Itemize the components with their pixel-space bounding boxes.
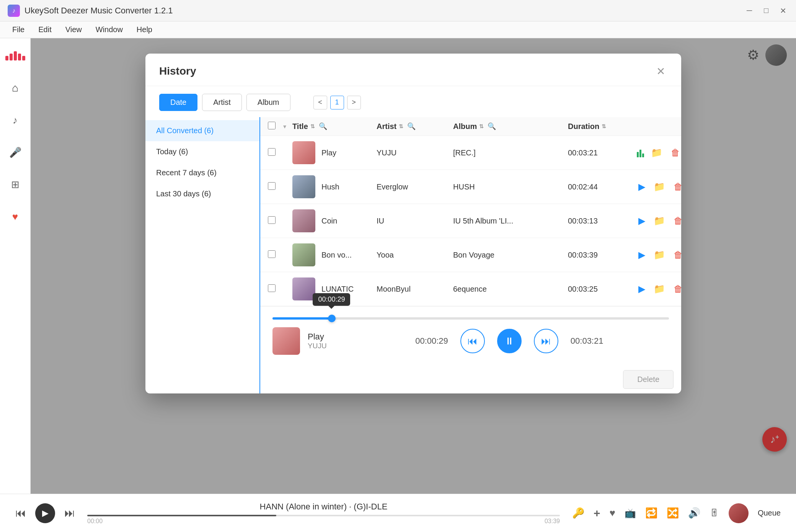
- row-5-delete-button[interactable]: 🗑: [672, 282, 681, 296]
- left-panel-last-30[interactable]: Last 30 days (6): [145, 183, 259, 204]
- global-play-button[interactable]: ▶: [35, 503, 55, 523]
- row-3-title: Coin: [321, 217, 377, 225]
- row-2-checkbox[interactable]: [268, 182, 283, 191]
- time-tooltip: 00:00:29: [313, 293, 350, 309]
- progress-thumb[interactable]: [328, 315, 336, 322]
- close-app-button[interactable]: ✕: [778, 5, 788, 16]
- main-content: ⌂ ♪ 🎤 ⊞ ♥ ⚙: [0, 38, 796, 494]
- sidebar-item-mic[interactable]: 🎤: [5, 142, 25, 162]
- modal-close-button[interactable]: ✕: [654, 64, 667, 78]
- row-2-play-button[interactable]: ▶: [637, 180, 647, 194]
- player-track-info: Play YUJU: [308, 332, 327, 350]
- th-album: Album ⇅ 🔍: [453, 122, 568, 131]
- shuffle-icon[interactable]: 🔀: [667, 507, 679, 519]
- th-title: Title ⇅ 🔍: [292, 122, 377, 131]
- row-3-checkbox[interactable]: [268, 216, 283, 225]
- grid-icon: ⊞: [11, 179, 20, 191]
- minimize-button[interactable]: ─: [744, 5, 755, 16]
- menu-edit[interactable]: Edit: [32, 23, 57, 36]
- select-all-checkbox[interactable]: [268, 122, 276, 129]
- global-next-button[interactable]: ⏭: [64, 507, 75, 519]
- row-3-thumbnail: [292, 209, 315, 232]
- row-3-folder-button[interactable]: 📁: [652, 214, 667, 228]
- table-row: Bon vo... Yooa Bon Voyage 00:03:39 ▶ 📁 🗑: [260, 238, 681, 272]
- album-sort-icon[interactable]: ⇅: [479, 123, 484, 129]
- menu-bar: File Edit View Window Help: [0, 21, 796, 38]
- player-next-button[interactable]: ⏭: [534, 329, 558, 353]
- tab-date[interactable]: Date: [159, 94, 197, 111]
- progress-track[interactable]: [272, 317, 669, 320]
- artist-sort-icon[interactable]: ⇅: [399, 123, 403, 129]
- player-prev-button[interactable]: ⏮: [460, 329, 485, 353]
- duration-sort-icon[interactable]: ⇅: [602, 123, 606, 129]
- sidebar-item-music[interactable]: ♪: [5, 110, 25, 130]
- row-1-folder-button[interactable]: 📁: [649, 146, 664, 160]
- app-body: ⚙ History ✕ Date Artist: [31, 38, 796, 494]
- row-3-delete-button[interactable]: 🗑: [672, 214, 681, 228]
- modal-title: History: [159, 65, 196, 77]
- repeat-icon[interactable]: 🔁: [645, 507, 657, 519]
- row-2-folder-button[interactable]: 📁: [652, 180, 667, 194]
- row-4-delete-button[interactable]: 🗑: [672, 248, 681, 262]
- row-5-folder-button[interactable]: 📁: [652, 282, 667, 296]
- menu-window[interactable]: Window: [90, 23, 129, 36]
- window-controls: ─ □ ✕: [744, 5, 788, 16]
- left-panel-all-converted[interactable]: All Converted (6): [145, 120, 259, 141]
- menu-view[interactable]: View: [59, 23, 88, 36]
- sidebar-item-grid[interactable]: ⊞: [5, 175, 25, 194]
- heart-icon: ♥: [12, 211, 18, 223]
- album-search-icon[interactable]: 🔍: [488, 122, 496, 131]
- row-4-play-button[interactable]: ▶: [637, 248, 647, 262]
- title-search-icon[interactable]: 🔍: [319, 122, 327, 131]
- th-artist: Artist ⇅ 🔍: [377, 122, 453, 131]
- menu-file[interactable]: File: [6, 23, 31, 36]
- progress-fill: [272, 317, 332, 320]
- equalizer-icon[interactable]: 🎚: [710, 507, 719, 519]
- left-panel-recent-7[interactable]: Recent 7 days (6): [145, 162, 259, 183]
- row-5-checkbox[interactable]: [268, 284, 283, 294]
- row-4-thumbnail: [292, 243, 315, 266]
- row-5-thumbnail: [292, 277, 315, 300]
- menu-help[interactable]: Help: [130, 23, 158, 36]
- row-3-album: IU 5th Album 'LI...: [453, 217, 568, 225]
- row-5-play-button[interactable]: ▶: [637, 282, 647, 296]
- title-sort-icon[interactable]: ⇅: [310, 123, 315, 129]
- player-artist: YUJU: [308, 342, 327, 350]
- row-1-checkbox[interactable]: [268, 148, 283, 157]
- global-prev-button[interactable]: ⏮: [15, 507, 26, 519]
- row-1-delete-button[interactable]: 🗑: [669, 146, 681, 160]
- row-3-play-button[interactable]: ▶: [637, 214, 647, 228]
- tab-artist[interactable]: Artist: [202, 94, 242, 111]
- maximize-button[interactable]: □: [761, 5, 772, 16]
- sidebar-item-favorites[interactable]: ♥: [5, 207, 25, 227]
- row-4-folder-button[interactable]: 📁: [652, 248, 667, 262]
- th-checkbox: [268, 122, 283, 131]
- pagination-prev[interactable]: <: [313, 96, 327, 109]
- global-heart-button[interactable]: ♥: [610, 507, 615, 519]
- sidebar-item-home[interactable]: ⌂: [5, 78, 25, 98]
- row-5-album: 6equence: [453, 285, 568, 294]
- global-add-button[interactable]: +: [594, 507, 600, 520]
- player-pause-button[interactable]: ⏸: [497, 329, 522, 353]
- modal-player-area: 00:00:29: [260, 306, 681, 366]
- row-4-checkbox[interactable]: [268, 250, 283, 259]
- cast-icon[interactable]: 📺: [625, 508, 636, 519]
- th-expand: ▾: [283, 123, 292, 130]
- tab-album[interactable]: Album: [246, 94, 290, 111]
- pagination-next[interactable]: >: [347, 96, 361, 109]
- volume-icon[interactable]: 🔊: [688, 507, 700, 519]
- global-key-button[interactable]: 🔑: [572, 507, 584, 519]
- left-panel-today[interactable]: Today (6): [145, 141, 259, 162]
- global-progress-bar[interactable]: [87, 515, 560, 516]
- pagination-page-1[interactable]: 1: [330, 96, 344, 109]
- row-2-delete-button[interactable]: 🗑: [672, 180, 681, 194]
- player-info-row: Play YUJU 00:00:29 ⏮ ⏸ ⏭: [272, 327, 669, 355]
- global-avatar[interactable]: [729, 503, 749, 523]
- artist-search-icon[interactable]: 🔍: [407, 122, 416, 131]
- global-times: 00:00 03:39: [87, 518, 560, 525]
- table-row: Play YUJU [REC.] 00:03:21: [260, 136, 681, 170]
- deezer-logo[interactable]: [5, 46, 25, 66]
- global-progress-fill: [87, 515, 276, 516]
- row-5-duration: 00:03:25: [568, 285, 637, 294]
- delete-button[interactable]: Delete: [623, 370, 674, 389]
